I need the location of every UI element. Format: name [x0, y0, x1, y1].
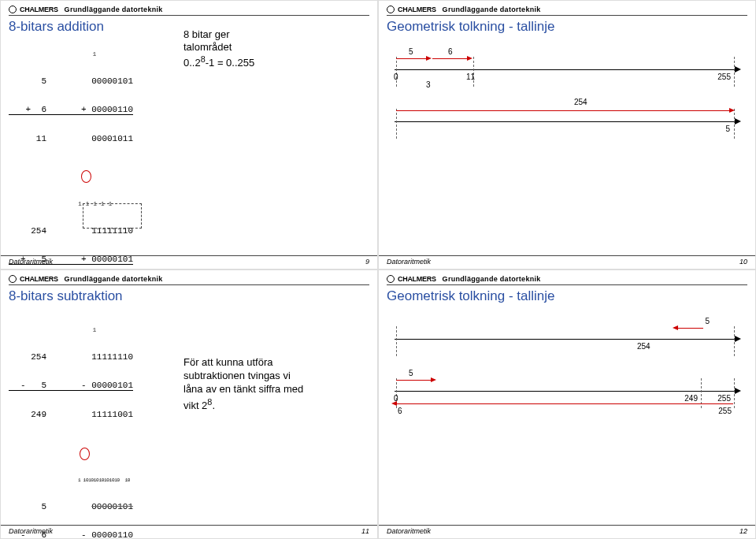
logo: CHALMERS	[9, 6, 58, 13]
number-line-2: 0 249 255 5 6 255	[387, 370, 747, 411]
logo: CHALMERS	[387, 6, 436, 13]
nl-axis	[395, 391, 736, 392]
slide-header: CHALMERS Grundläggande datorteknik	[1, 270, 377, 284]
course-title: Grundläggande datorteknik	[443, 6, 541, 13]
footer-label: Datoraritmetik	[387, 527, 431, 535]
number-line-1: 254 5	[387, 318, 747, 359]
slide-title: Geometrisk tolkning - tallinje	[387, 19, 747, 35]
arrow-right-icon	[735, 388, 741, 394]
slide-title: 8-bitars subtraktion	[9, 288, 369, 304]
arrow-right-icon	[735, 66, 741, 72]
slide-header: CHALMERS Grundläggande datorteknik	[1, 1, 377, 15]
carry-circle-icon	[81, 170, 91, 183]
slide-header: CHALMERS Grundläggande datorteknik	[379, 270, 755, 284]
logo: CHALMERS	[387, 275, 436, 283]
logo-text: CHALMERS	[20, 6, 58, 13]
arrow-right-icon	[735, 118, 741, 125]
slide-header: CHALMERS Grundläggande datorteknik	[379, 1, 755, 15]
arc-arrow-icon	[729, 108, 735, 113]
header-rule	[9, 15, 369, 16]
nl-axis	[395, 121, 736, 122]
header-rule	[387, 284, 747, 285]
logo-ring-icon	[9, 6, 17, 13]
slide-body: 254 5 0 249 255 5 6 255	[379, 318, 755, 411]
borrow-explain: För att kunna utföra subtraktionen tving…	[183, 356, 303, 413]
slide-footer: Datoraritmetik 11	[1, 525, 377, 535]
footer-label: Datoraritmetik	[9, 527, 53, 535]
course-title: Grundläggande datorteknik	[443, 275, 541, 283]
page-number: 10	[739, 258, 747, 266]
arc-arrow-icon	[431, 377, 436, 382]
borrow-circle-icon	[80, 448, 90, 460]
logo: CHALMERS	[9, 275, 58, 283]
slide-12: CHALMERS Grundläggande datorteknik Geome…	[378, 270, 756, 539]
number-line-1: 0 11 255 5 6 3	[387, 49, 747, 90]
arc-arrow-left-icon	[391, 401, 397, 406]
slide-footer: Datoraritmetik 9	[1, 255, 377, 266]
page-number: 9	[365, 258, 369, 266]
logo-text: CHALMERS	[398, 6, 436, 13]
logo-ring-icon	[387, 6, 395, 13]
slide-10: CHALMERS Grundläggande datorteknik Geome…	[378, 0, 756, 270]
page-number: 12	[739, 527, 747, 535]
logo-text: CHALMERS	[20, 275, 58, 283]
logo-ring-icon	[9, 275, 17, 283]
slide-body: 8 bitar ger talområdet 0..28-1 = 0..255 …	[1, 32, 377, 270]
page-number: 11	[361, 527, 369, 535]
course-title: Grundläggande datorteknik	[65, 6, 163, 13]
logo-ring-icon	[387, 275, 395, 283]
logo-text: CHALMERS	[398, 275, 436, 283]
result-dashbox	[83, 203, 142, 229]
arc-arrow-left-icon	[673, 325, 678, 330]
slide-9: CHALMERS Grundläggande datorteknik 8-bit…	[0, 0, 378, 270]
slide-footer: Datoraritmetik 12	[379, 525, 755, 535]
arrow-right-icon	[735, 336, 741, 342]
number-line-2: 254 5	[387, 101, 747, 142]
slide-body: För att kunna utföra subtraktionen tving…	[1, 307, 377, 539]
range-note: 8 bitar ger talområdet 0..28-1 = 0..255	[183, 28, 254, 69]
slide-title: Geometrisk tolkning - tallinje	[387, 288, 747, 304]
header-rule	[387, 15, 747, 16]
slide-body: 0 11 255 5 6 3 254 5	[379, 49, 755, 142]
footer-label: Datoraritmetik	[387, 258, 431, 266]
footer-label: Datoraritmetik	[9, 258, 53, 266]
nl-axis	[395, 339, 736, 340]
nl-axis	[395, 69, 736, 70]
arc-arrow-icon	[467, 56, 472, 61]
slide-footer: Datoraritmetik 10	[379, 255, 755, 266]
arc-arrow-icon	[426, 56, 432, 61]
slide-11: CHALMERS Grundläggande datorteknik 8-bit…	[0, 270, 378, 539]
header-rule	[9, 284, 369, 285]
course-title: Grundläggande datorteknik	[65, 275, 163, 283]
